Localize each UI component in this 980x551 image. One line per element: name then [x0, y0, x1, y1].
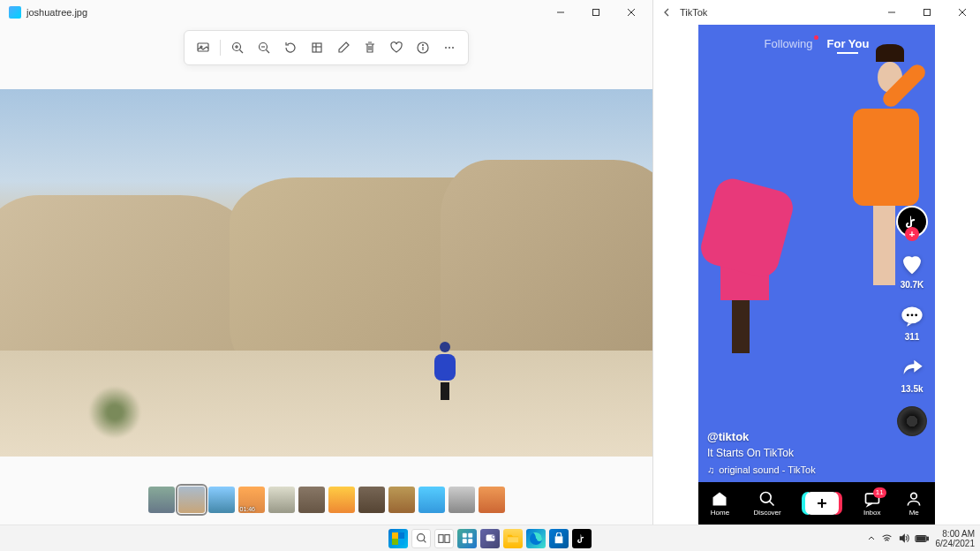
system-date: 6/24/2021 — [936, 539, 976, 548]
photos-window-title: joshuatree.jpg — [26, 7, 543, 18]
photo-viewport[interactable] — [0, 89, 652, 457]
svg-rect-49 — [916, 536, 925, 540]
filmstrip-thumb[interactable] — [148, 487, 175, 513]
taskview-icon[interactable] — [434, 529, 454, 548]
svg-line-31 — [770, 502, 774, 506]
notification-dot — [814, 35, 818, 40]
svg-line-37 — [423, 540, 425, 542]
video-caption: It Starts On TikTok — [707, 447, 816, 459]
svg-rect-48 — [927, 537, 928, 540]
file-explorer-icon[interactable] — [503, 529, 523, 548]
minimize-button[interactable] — [543, 0, 578, 25]
tiktok-bottom-nav: Home Discover Inbox11 Me — [698, 482, 935, 525]
maximize-button[interactable] — [909, 0, 945, 25]
zoom-in-icon[interactable] — [224, 34, 251, 61]
like-count: 30.7K — [901, 280, 924, 290]
battery-icon[interactable] — [915, 534, 929, 543]
tab-following[interactable]: Following — [765, 37, 813, 50]
svg-point-18 — [423, 45, 424, 46]
filmstrip-thumb[interactable] — [178, 487, 205, 513]
inbox-badge: 11 — [873, 487, 886, 498]
tiktok-window-title: TikTok — [680, 7, 874, 18]
favorite-icon[interactable] — [383, 34, 410, 61]
chat-icon[interactable] — [480, 529, 500, 548]
svg-rect-41 — [468, 533, 472, 538]
taskbar-tiktok-icon[interactable] — [572, 529, 592, 548]
filmstrip-thumb[interactable] — [358, 487, 385, 513]
info-icon[interactable] — [410, 34, 436, 61]
nav-discover[interactable]: Discover — [754, 490, 781, 517]
close-button[interactable] — [614, 0, 649, 25]
video-sound[interactable]: ♫original sound - TikTok — [707, 464, 816, 475]
taskbar: 8:00 AM 6/24/2021 — [0, 525, 980, 551]
svg-point-21 — [452, 47, 454, 49]
svg-point-27 — [907, 313, 909, 316]
tiktok-window: TikTok Following For You + — [653, 0, 980, 525]
nav-inbox[interactable]: Inbox11 — [863, 490, 881, 517]
crop-icon[interactable] — [304, 34, 330, 61]
filmstrip-thumb[interactable] — [208, 487, 235, 513]
zoom-out-icon[interactable] — [251, 34, 277, 61]
sound-disc[interactable] — [897, 406, 927, 436]
svg-rect-40 — [462, 533, 466, 538]
svg-point-29 — [915, 313, 917, 316]
svg-line-7 — [240, 50, 244, 54]
filmstrip-thumb[interactable] — [479, 487, 505, 513]
svg-rect-1 — [593, 10, 599, 16]
profile-avatar[interactable]: + — [896, 206, 928, 238]
filmstrip-thumb[interactable]: 01:46 — [238, 487, 265, 513]
taskbar-search-icon[interactable] — [411, 529, 431, 548]
rotate-icon[interactable] — [277, 34, 304, 61]
delete-icon[interactable] — [357, 34, 383, 61]
svg-rect-13 — [313, 43, 321, 52]
music-note-icon: ♫ — [707, 464, 714, 475]
svg-rect-23 — [924, 10, 931, 16]
nav-me[interactable]: Me — [905, 490, 923, 517]
more-icon[interactable] — [436, 34, 463, 61]
wifi-icon[interactable] — [881, 532, 893, 544]
svg-point-36 — [417, 534, 424, 541]
nav-create[interactable] — [805, 492, 839, 515]
photos-titlebar: joshuatree.jpg — [0, 0, 652, 25]
maximize-button[interactable] — [578, 0, 614, 25]
filmstrip-thumb[interactable] — [328, 487, 355, 513]
nav-home[interactable]: Home — [711, 490, 729, 517]
edit-icon[interactable] — [330, 34, 357, 61]
tab-foryou[interactable]: For You — [827, 37, 870, 50]
filmstrip-thumb[interactable] — [449, 487, 475, 513]
share-button[interactable]: 13.5k — [898, 354, 926, 394]
filmstrip-thumb[interactable] — [298, 487, 325, 513]
back-button[interactable] — [653, 0, 680, 25]
edge-icon[interactable] — [526, 529, 546, 548]
system-clock[interactable]: 8:00 AM 6/24/2021 — [936, 529, 976, 548]
svg-rect-42 — [462, 539, 466, 543]
video-username[interactable]: @tiktok — [707, 430, 816, 443]
comment-count: 311 — [905, 332, 920, 342]
slideshow-icon[interactable] — [190, 34, 216, 61]
disc-icon — [897, 406, 927, 436]
tray-chevron-icon[interactable] — [867, 534, 876, 543]
minimize-button[interactable] — [874, 0, 909, 25]
follow-plus-icon[interactable]: + — [905, 227, 919, 241]
store-icon[interactable] — [549, 529, 569, 548]
svg-point-28 — [911, 313, 914, 316]
filmstrip: 01:46 — [0, 475, 652, 525]
photos-window: joshuatree.jpg — [0, 0, 653, 525]
widgets-icon[interactable] — [457, 529, 477, 548]
share-count: 13.5k — [901, 384, 923, 394]
filmstrip-thumb[interactable] — [268, 487, 295, 513]
tiktok-titlebar: TikTok — [653, 0, 980, 25]
tiktok-feed[interactable]: Following For You + 30.7K — [698, 25, 935, 525]
svg-rect-38 — [439, 534, 443, 542]
share-icon — [898, 354, 926, 382]
start-button[interactable] — [388, 529, 408, 548]
close-button[interactable] — [945, 0, 980, 25]
svg-point-30 — [761, 493, 772, 503]
svg-rect-43 — [468, 539, 472, 543]
filmstrip-thumb[interactable] — [418, 487, 445, 513]
like-button[interactable]: 30.7K — [898, 250, 926, 290]
photos-toolbar — [184, 30, 469, 65]
comment-button[interactable]: 311 — [898, 302, 926, 342]
filmstrip-thumb[interactable] — [388, 487, 415, 513]
volume-icon[interactable] — [898, 532, 909, 544]
